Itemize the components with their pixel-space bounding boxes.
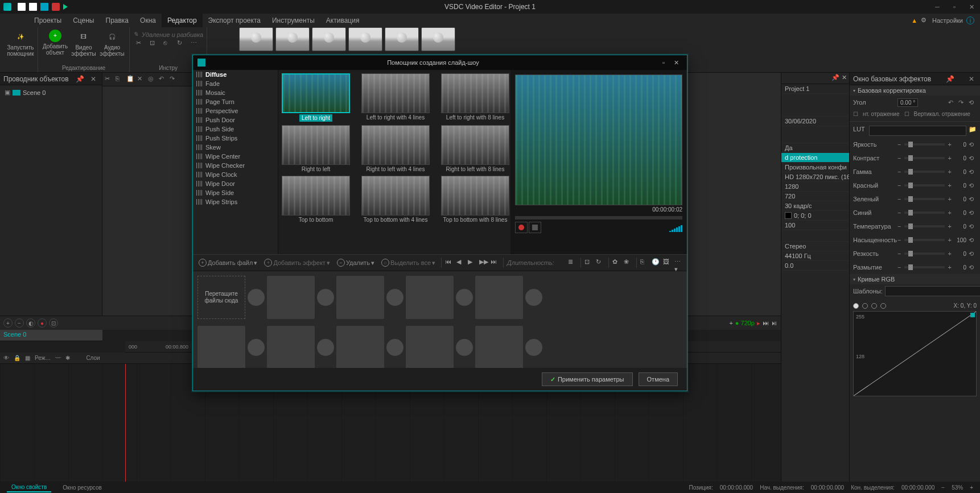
preset-top-to-bottom-with-8-lines[interactable]: Top to bottom with 8 lines [441, 176, 509, 223]
reset-icon[interactable]: ⟲ [969, 182, 977, 189]
more-tool-icon[interactable]: ⋯▾ [674, 258, 683, 267]
tl-fit-button[interactable]: ⊡ [49, 318, 58, 328]
menu-projects[interactable]: Проекты [28, 14, 67, 27]
delete-x-icon[interactable]: ✕ [137, 75, 146, 84]
rgb-radio-b[interactable] [880, 303, 886, 309]
param-slider[interactable] [904, 143, 944, 146]
param-slider[interactable] [904, 212, 944, 214]
zoom-out-icon[interactable]: − [941, 484, 945, 491]
effect-item-wipe-door[interactable]: Wipe Door [193, 179, 278, 188]
scene-thumb[interactable] [348, 27, 382, 51]
volume-indicator[interactable] [669, 225, 682, 232]
plus-icon[interactable]: + [948, 155, 952, 161]
transition-slot[interactable] [248, 289, 265, 306]
layers-icon[interactable]: ▦ [25, 355, 30, 361]
transition-slot[interactable] [456, 339, 473, 356]
reset-icon[interactable]: ⟲ [969, 209, 977, 217]
paste-icon[interactable]: 📋 [126, 75, 135, 84]
minus-icon[interactable]: − [897, 155, 901, 161]
menu-activation[interactable]: Активация [320, 14, 365, 27]
effect-item-push-side[interactable]: Push Side [193, 125, 278, 134]
rotate-cw-icon[interactable]: ↷ [958, 99, 966, 106]
split-icon[interactable]: ⎋ [163, 39, 174, 49]
file-slot[interactable] [197, 326, 245, 368]
add-effect-button[interactable]: +Добавить эффект▾ [262, 259, 332, 267]
run-wizard-button[interactable]: ✨ Запустить помощник [7, 30, 34, 57]
minus-icon[interactable]: − [897, 237, 901, 243]
tl-marker-button[interactable]: ◐ [26, 318, 35, 328]
reset-icon[interactable]: ⟲ [969, 264, 977, 271]
prev-start-icon[interactable]: ⏮ [445, 258, 454, 267]
play-icon[interactable] [63, 4, 68, 10]
plus-icon[interactable]: + [948, 223, 952, 230]
drop-zone[interactable]: Перетащите файлы сюда [197, 276, 245, 319]
plus-icon[interactable]: + [948, 196, 952, 202]
fx1-icon[interactable]: ✿ [612, 258, 621, 267]
preset-left-to-right-with-8-lines[interactable]: Left to right with 8 lines [441, 73, 509, 122]
redo-icon[interactable]: ↷ [170, 75, 179, 84]
rgb-radio-g[interactable] [871, 303, 877, 309]
open-icon[interactable] [29, 3, 37, 11]
reset-icon[interactable]: ⟲ [969, 237, 977, 244]
play-icon[interactable]: ▶ [468, 258, 477, 267]
info-icon[interactable]: i [966, 16, 974, 24]
menu-export[interactable]: Экспорт проекта [203, 14, 266, 27]
tl-end-icon[interactable]: ⏯ [771, 320, 777, 326]
effect-item-perspective[interactable]: Perspective [193, 106, 278, 115]
rgb-curve-editor[interactable]: 255 128 [853, 311, 977, 396]
reset-icon[interactable]: ⟲ [969, 223, 977, 230]
minus-icon[interactable]: − [897, 250, 901, 257]
rotate-ccw-icon[interactable]: ↶ [948, 99, 956, 106]
scene-thumb[interactable] [421, 27, 455, 51]
rotate-icon[interactable]: ↻ [177, 39, 187, 49]
rgb-radio-r[interactable] [862, 303, 868, 309]
param-slider[interactable] [904, 239, 944, 241]
menu-scenes[interactable]: Сцены [67, 14, 100, 27]
group-basic-correction[interactable]: Базовая корректировка [850, 85, 980, 96]
pin-icon[interactable]: 📌 [76, 75, 84, 83]
transition-slot[interactable] [317, 289, 334, 306]
transition-slot[interactable] [317, 339, 334, 356]
reset-icon[interactable]: ⟲ [969, 250, 977, 258]
timeline-playhead[interactable] [125, 364, 126, 482]
preset-right-to-left[interactable]: Right to left [282, 125, 350, 172]
tab-properties-window[interactable]: Окно свойств [7, 483, 51, 492]
reset-icon[interactable]: ⟲ [969, 196, 977, 203]
maximize-button[interactable]: ▫ [946, 0, 963, 14]
dialog-maximize-button[interactable]: ▫ [657, 59, 670, 66]
list-icon[interactable]: ≣ [568, 258, 577, 267]
close-panel-icon[interactable]: ✕ [969, 75, 977, 83]
scene-thumb[interactable] [239, 27, 273, 51]
preset-left-to-right[interactable]: Left to right [282, 73, 350, 122]
scene-thumb[interactable] [275, 27, 310, 51]
save-icon[interactable] [40, 3, 48, 11]
preset-left-to-right-with-4-lines[interactable]: Left to right with 4 lines [361, 73, 430, 122]
param-slider[interactable] [904, 252, 944, 255]
close-icon[interactable]: ✕ [842, 74, 847, 82]
effect-item-fade[interactable]: Fade [193, 79, 278, 88]
param-slider[interactable] [904, 266, 944, 268]
preset-right-to-left-with-4-lines[interactable]: Right to left with 4 lines [361, 125, 430, 172]
minus-icon[interactable]: − [897, 223, 901, 230]
minus-icon[interactable]: − [897, 141, 901, 148]
reset-icon[interactable]: ⟲ [969, 99, 977, 106]
lock-icon[interactable]: 🔒 [14, 355, 20, 361]
new-icon[interactable] [18, 3, 26, 11]
copy-tool-icon[interactable]: ⎘ [640, 258, 649, 267]
plus-icon[interactable]: + [948, 168, 952, 175]
preset-right-to-left-with-8-lines[interactable]: Right to left with 8 lines [441, 125, 509, 172]
eye-icon[interactable]: 👁 [3, 355, 9, 361]
record-icon[interactable] [52, 3, 60, 11]
next-icon[interactable]: ▶▶ [479, 258, 488, 267]
preset-top-to-bottom-with-4-lines[interactable]: Top to bottom with 4 lines [361, 176, 430, 223]
reset-icon[interactable]: ⟲ [969, 168, 977, 176]
cut-icon[interactable]: ✂ [136, 39, 146, 49]
timeline-scene-tab[interactable]: Scene 0 [0, 330, 102, 341]
tl-remove-button[interactable]: − [15, 318, 24, 328]
prop-protection[interactable]: d protection [781, 153, 849, 163]
reset-icon[interactable]: ⟲ [969, 141, 977, 148]
effect-item-push-door[interactable]: Push Door [193, 115, 278, 125]
tl-add-button[interactable]: + [3, 318, 13, 328]
scissors-icon[interactable]: ✂ [105, 75, 114, 84]
settings-gear-icon[interactable]: ⚙ [921, 16, 929, 24]
